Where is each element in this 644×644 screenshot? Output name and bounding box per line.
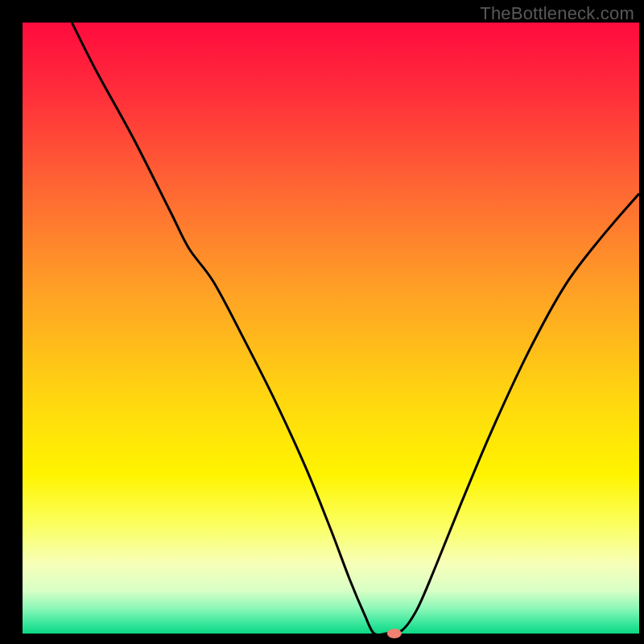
optimum-marker (387, 629, 402, 638)
bottleneck-chart (0, 0, 644, 644)
watermark-text: TheBottleneck.com (480, 3, 634, 24)
chart-stage: TheBottleneck.com (0, 0, 644, 644)
plot-background (23, 23, 639, 634)
